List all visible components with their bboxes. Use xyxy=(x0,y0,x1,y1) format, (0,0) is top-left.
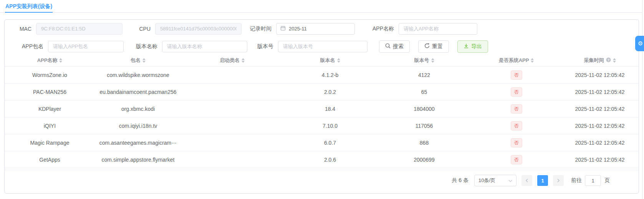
mac-label: MAC xyxy=(11,26,31,32)
search-button-label: 搜索 xyxy=(393,43,404,50)
app-name-label: APP名称 xyxy=(372,25,394,32)
total-count: 共 6 条 xyxy=(452,177,469,184)
cell-version-code: 65 xyxy=(377,89,471,95)
status-badge: 否 xyxy=(511,138,522,147)
settings-drawer-button[interactable]: ⚙ xyxy=(635,36,644,51)
filter-item-record-time: 记录时间 2025-11 xyxy=(250,23,355,35)
cell-package-name: org.xbmc.kodi xyxy=(95,106,181,112)
tab-bar: APP安装列表(设备) xyxy=(0,0,642,13)
question-icon[interactable]: ? xyxy=(606,57,611,64)
search-button[interactable]: 搜索 xyxy=(379,40,410,53)
column-header-label: 包名 xyxy=(131,57,141,64)
app-package-input[interactable] xyxy=(48,41,124,52)
page-number-1[interactable]: 1 xyxy=(537,175,548,186)
sort-caret-icon xyxy=(142,58,146,63)
cell-app-name: GetApps xyxy=(5,157,95,163)
column-header[interactable]: 版本名 xyxy=(283,57,377,64)
cpu-input[interactable] xyxy=(155,23,242,35)
cell-collect-time: 2025-11-02 12:05:42 xyxy=(561,157,638,163)
filter-form: MAC CPU 记录时间 2025-11 xyxy=(5,20,639,52)
column-header[interactable]: 启动类名 xyxy=(181,57,283,64)
cell-is-system: 否 xyxy=(471,87,561,97)
cell-app-name: KDPlayer xyxy=(5,106,95,112)
page-size-select[interactable]: 10条/页 xyxy=(474,175,517,186)
cell-package-name: eu.bandainamcoent.pacman256 xyxy=(95,89,181,95)
table-row: GetApps com.simple.appstore.flymarket 2.… xyxy=(5,151,639,168)
app-name-input[interactable] xyxy=(399,23,477,35)
cell-app-name: PAC-MAN256 xyxy=(5,89,95,95)
column-header-label: 启动类名 xyxy=(220,57,240,64)
search-icon xyxy=(385,43,391,50)
next-page-button[interactable] xyxy=(553,175,564,186)
prev-page-button[interactable] xyxy=(521,175,532,186)
cell-collect-time: 2025-11-02 12:05:42 xyxy=(561,106,638,112)
sort-caret-icon xyxy=(613,58,616,63)
sort-caret-icon xyxy=(242,58,245,63)
cell-app-name: WormsZone.io xyxy=(5,72,95,78)
filter-row-2: APP包名 版本名称 版本号 搜索 xyxy=(11,40,639,52)
export-button-label: 导出 xyxy=(471,43,482,50)
sort-caret-icon xyxy=(59,58,62,63)
goto-page-input[interactable] xyxy=(585,175,601,186)
status-badge: 否 xyxy=(511,87,522,97)
table-row: Magic Rampage com.asanteegames.magicram⋯… xyxy=(5,134,639,151)
export-button[interactable]: 导出 xyxy=(457,40,488,53)
sort-caret-icon xyxy=(431,58,434,63)
filter-item-app-name: APP名称 xyxy=(372,23,477,35)
status-badge: 否 xyxy=(511,155,522,164)
record-time-label: 记录时间 xyxy=(250,25,272,32)
column-header[interactable]: 是否系统APP xyxy=(471,57,561,64)
cell-collect-time: 2025-11-02 12:05:42 xyxy=(561,89,638,95)
sort-caret-icon xyxy=(337,58,340,63)
cell-version-code: 117056 xyxy=(377,123,471,129)
download-icon xyxy=(464,43,469,50)
cell-version-name: 7.10.0 xyxy=(283,123,377,129)
table-row: WormsZone.io com.wildspike.wormszone 4.1… xyxy=(5,67,639,84)
calendar-icon xyxy=(280,25,286,32)
cell-version-name: 6.0.7 xyxy=(283,140,377,146)
mac-input[interactable] xyxy=(36,23,123,35)
filter-item-app-package: APP包名 xyxy=(11,41,124,52)
filter-item-version-code: 版本号 xyxy=(257,41,368,52)
chevron-down-icon xyxy=(508,178,512,184)
table-header-row: APP名称 包名 启动类名 版本名 版本号 是否系统APP xyxy=(5,54,639,67)
column-header[interactable]: 包名 xyxy=(95,57,181,64)
right-edge-divider xyxy=(642,0,644,199)
filter-item-version-name: 版本名称 xyxy=(135,41,247,52)
filter-item-mac: MAC xyxy=(11,23,123,35)
refresh-icon xyxy=(424,43,430,50)
pagination: 共 6 条 10条/页 1 前往 页 xyxy=(452,175,610,186)
sort-caret-icon xyxy=(531,58,534,63)
status-badge: 否 xyxy=(511,121,522,130)
cell-package-name: com.iqiyi.i18n.tv xyxy=(95,123,181,129)
tab-app-install-list[interactable]: APP安装列表(设备) xyxy=(5,0,53,13)
version-name-input[interactable] xyxy=(162,41,247,52)
record-time-datepicker[interactable]: 2025-11 xyxy=(276,23,355,35)
table-row: KDPlayer org.xbmc.kodi 18.4 1804000 否 20… xyxy=(5,100,639,117)
column-header-label: 是否系统APP xyxy=(499,57,529,64)
cell-is-system: 否 xyxy=(471,121,561,130)
version-code-input[interactable] xyxy=(278,41,368,52)
page-size-value: 10条/页 xyxy=(478,177,495,184)
goto-label: 前往 xyxy=(571,177,582,184)
column-header[interactable]: 版本号 xyxy=(377,57,471,64)
cell-version-code: 868 xyxy=(377,140,471,146)
cell-is-system: 否 xyxy=(471,70,561,80)
table-row: PAC-MAN256 eu.bandainamcoent.pacman256 2… xyxy=(5,84,639,100)
cell-is-system: 否 xyxy=(471,104,561,114)
cell-app-name: Magic Rampage xyxy=(5,140,95,146)
cell-version-code: 2000699 xyxy=(377,157,471,163)
svg-text:?: ? xyxy=(607,58,609,62)
cpu-label: CPU xyxy=(135,26,151,32)
cell-version-name: 18.4 xyxy=(283,106,377,112)
chevron-right-icon xyxy=(557,178,560,184)
cell-version-name: 2.0.6 xyxy=(283,157,377,163)
column-header[interactable]: 采集时间 ? xyxy=(561,57,638,64)
column-header-label: 版本名 xyxy=(320,57,335,64)
cell-version-name: 2.0.2 xyxy=(283,89,377,95)
table-bottom-line xyxy=(5,168,639,170)
cell-package-name: com.wildspike.wormszone xyxy=(95,72,181,78)
reset-button[interactable]: 重置 xyxy=(418,40,449,53)
column-header[interactable]: APP名称 xyxy=(5,57,95,64)
version-code-label: 版本号 xyxy=(257,43,273,50)
